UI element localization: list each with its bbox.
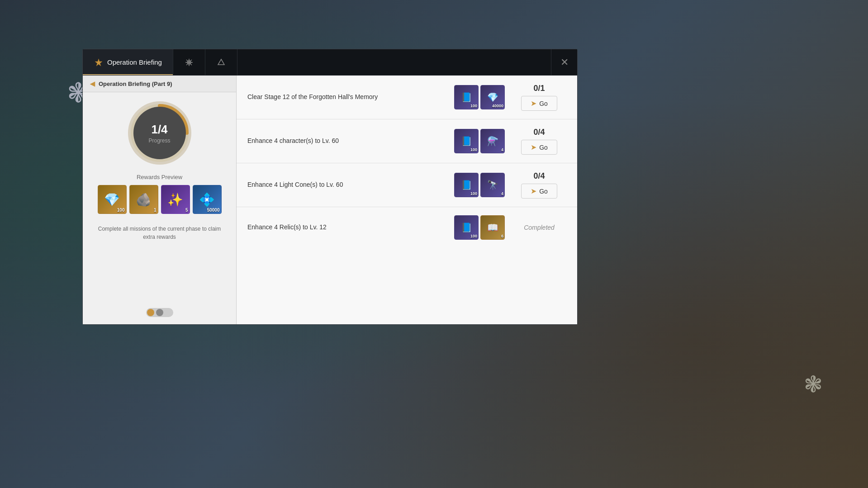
mission-row: Enhance 4 Relic(s) to Lv. 12 📘 100 📖 6 C… [237, 207, 577, 248]
mission-3-go-button[interactable]: ➤ Go [521, 184, 557, 199]
nav-dot-active [147, 309, 154, 316]
progress-ring: 1/4 Progress [128, 101, 191, 165]
mission-3-reward-1: 📘 100 [454, 173, 479, 197]
mission-1-reward-1-icon: 📘 [461, 92, 472, 103]
tab-operation-briefing-label: Operation Briefing [107, 58, 162, 66]
mission-3-reward-1-icon: 📘 [461, 180, 472, 190]
progress-ring-inner: 1/4 Progress [133, 107, 186, 159]
left-panel: ◀ Operation Briefing (Part 9) 1/4 Progre… [83, 76, 237, 324]
mission-2-go-button[interactable]: ➤ Go [521, 140, 557, 155]
mission-4-status: Completed [512, 224, 566, 231]
mission-3-rewards: 📘 100 🔭 4 [454, 173, 505, 197]
mission-2-rewards: 📘 100 ⚗️ 4 [454, 129, 505, 153]
mission-3-reward-1-count: 100 [470, 191, 477, 196]
progress-section: 1/4 Progress Rewards Preview 💎 100 🪨 1 [83, 101, 236, 241]
tab-operation-briefing[interactable]: Operation Briefing [83, 49, 173, 75]
mission-3-go-label: Go [539, 188, 548, 195]
mission-2-status: 0/4 ➤ Go [512, 128, 566, 155]
mission-4-reward-1: 📘 100 [454, 215, 479, 240]
mission-1-reward-1: 📘 100 [454, 85, 479, 109]
mission-1-reward-2-count: 40000 [492, 104, 503, 108]
mission-1-status: 0/1 ➤ Go [512, 84, 566, 111]
mission-1-reward-2: 💎 40000 [480, 85, 505, 109]
reward-crystal: 💎 100 [98, 185, 127, 214]
snowflake-icon [184, 57, 194, 67]
mission-row: Enhance 4 Light Cone(s) to Lv. 60 📘 100 … [237, 163, 577, 207]
mission-row: Enhance 4 character(s) to Lv. 60 📘 100 ⚗… [237, 119, 577, 163]
mission-2-reward-1-icon: 📘 [461, 136, 472, 147]
reward-material-count: 1 [154, 208, 157, 213]
mission-3-reward-2-icon: 🔭 [487, 180, 498, 190]
mission-4-reward-2: 📖 6 [480, 215, 505, 240]
tab-2[interactable] [173, 49, 205, 75]
mission-4-reward-2-count: 6 [501, 234, 503, 238]
mission-2-reward-2-count: 4 [501, 147, 503, 152]
material-icon: 🪨 [136, 192, 152, 207]
mission-1-desc: Clear Stage 12 of the Forgotten Hall's M… [247, 93, 447, 102]
close-button[interactable]: ✕ [551, 49, 577, 75]
nav-dot-inactive [156, 309, 163, 316]
tab-3[interactable] [205, 49, 237, 75]
mission-4-rewards: 📘 100 📖 6 [454, 215, 505, 240]
reward-special: ✨ 5 [161, 185, 190, 214]
mission-row: Clear Stage 12 of the Forgotten Hall's M… [237, 76, 577, 119]
gem-icon: 💠 [199, 192, 215, 207]
mission-3-desc: Enhance 4 Light Cone(s) to Lv. 60 [247, 180, 447, 190]
mission-2-reward-2-icon: ⚗️ [487, 136, 498, 147]
mission-4-reward-1-count: 100 [470, 234, 477, 238]
mission-2-reward-2: ⚗️ 4 [480, 129, 505, 153]
progress-label: Progress [148, 137, 170, 144]
bottom-nav [146, 308, 173, 317]
mission-3-reward-2-count: 4 [501, 191, 503, 196]
mission-4-reward-1-icon: 📘 [461, 222, 472, 233]
missions-panel: Clear Stage 12 of the Forgotten Hall's M… [237, 76, 577, 324]
special-icon: ✨ [167, 192, 183, 207]
tab-bar: Operation Briefing ✕ [83, 49, 577, 76]
breadcrumb: ◀ Operation Briefing (Part 9) [83, 76, 236, 92]
reward-special-count: 5 [185, 208, 188, 213]
reward-material: 🪨 1 [129, 185, 158, 214]
progress-fraction: 1/4 [151, 123, 167, 137]
go-arrow-icon-2: ➤ [531, 143, 536, 152]
mission-2-progress: 0/4 [533, 128, 545, 137]
mission-1-go-label: Go [539, 100, 548, 107]
mission-1-progress: 0/1 [533, 84, 545, 93]
modal-body: ◀ Operation Briefing (Part 9) 1/4 Progre… [83, 76, 577, 324]
go-arrow-icon: ➤ [531, 99, 536, 108]
mission-2-reward-1-count: 100 [470, 147, 477, 152]
nav-track [146, 308, 173, 317]
svg-marker-6 [218, 59, 224, 65]
svg-marker-0 [95, 59, 102, 66]
reward-gem-count: 50000 [207, 208, 220, 213]
triangle-icon [216, 57, 226, 67]
mission-4-desc: Enhance 4 Relic(s) to Lv. 12 [247, 223, 447, 232]
mission-4-completed-label: Completed [524, 224, 555, 231]
compass-icon [94, 57, 104, 67]
mission-2-reward-1: 📘 100 [454, 129, 479, 153]
mission-1-reward-2-icon: 💎 [487, 92, 498, 103]
rewards-title: Rewards Preview [137, 174, 182, 180]
reward-gem: 💠 50000 [193, 185, 222, 214]
crystal-icon: 💎 [104, 192, 120, 207]
reward-crystal-count: 100 [117, 208, 125, 213]
mission-1-go-button[interactable]: ➤ Go [521, 96, 557, 111]
mission-2-go-label: Go [539, 144, 548, 151]
breadcrumb-text: Operation Briefing (Part 9) [99, 81, 172, 87]
rewards-grid: 💎 100 🪨 1 ✨ 5 💠 50000 [98, 185, 222, 214]
mission-3-status: 0/4 ➤ Go [512, 171, 566, 199]
mission-4-reward-2-icon: 📖 [487, 222, 498, 233]
breadcrumb-arrow-icon: ◀ [90, 80, 95, 87]
mission-3-progress: 0/4 [533, 171, 545, 181]
modal-window: Operation Briefing ✕ [82, 49, 578, 325]
go-arrow-icon-3: ➤ [531, 187, 536, 195]
close-icon: ✕ [560, 57, 569, 68]
mission-3-reward-2: 🔭 4 [480, 173, 505, 197]
mission-1-reward-1-count: 100 [470, 104, 477, 108]
complete-text: Complete all missions of the current pha… [83, 225, 236, 241]
mission-1-rewards: 📘 100 💎 40000 [454, 85, 505, 109]
mission-2-desc: Enhance 4 character(s) to Lv. 60 [247, 137, 447, 146]
